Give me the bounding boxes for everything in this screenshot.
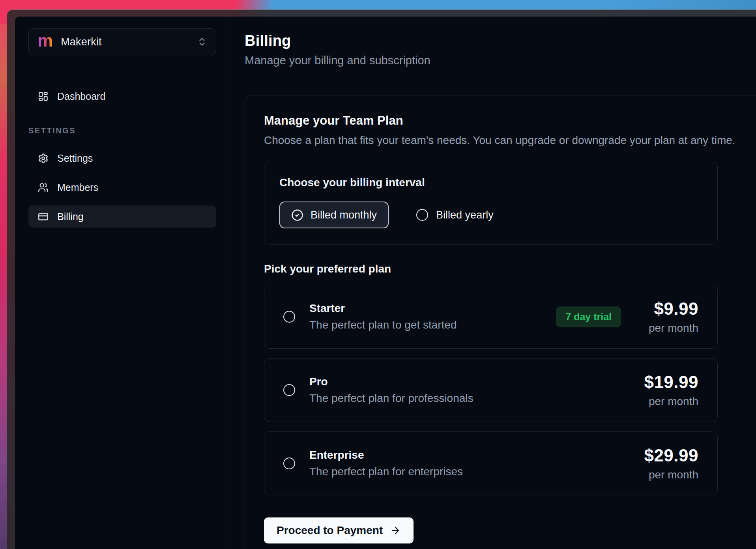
billed-yearly-option[interactable]: Billed yearly [416, 209, 494, 221]
card-title: Manage your Team Plan [264, 114, 745, 128]
plan-description: The perfect plan for enterprises [309, 465, 463, 478]
plan-row-enterprise[interactable]: Enterprise The perfect plan for enterpri… [264, 431, 718, 495]
plan-row-pro[interactable]: Pro The perfect plan for professionals $… [264, 358, 718, 422]
radio-icon[interactable] [283, 458, 295, 469]
card-description: Choose a plan that fits your team's need… [264, 134, 745, 147]
page-header: Billing Manage your billing and subscrip… [230, 17, 756, 79]
billing-interval-box: Choose your billing interval Billed mont… [264, 162, 718, 245]
makerkit-logo-icon: m [37, 32, 53, 49]
page-content: Manage your Team Plan Choose a plan that… [230, 79, 756, 549]
trial-badge: 7 day trial [556, 306, 621, 327]
sidebar-item-dashboard[interactable]: Dashboard [28, 85, 216, 107]
radio-icon[interactable] [283, 384, 295, 396]
sidebar-item-settings[interactable]: Settings [28, 147, 216, 169]
circle-icon [416, 209, 428, 221]
plan-price: $9.99 [643, 299, 698, 319]
plan-price: $19.99 [643, 372, 698, 392]
chevrons-up-down-icon [197, 37, 207, 47]
gear-icon [38, 153, 49, 164]
sidebar-item-label: Settings [57, 153, 93, 164]
billed-yearly-label: Billed yearly [436, 209, 494, 221]
plan-description: The perfect plan for professionals [309, 392, 473, 405]
plan-period: per month [643, 322, 698, 334]
price-block: $19.99 per month [643, 372, 698, 408]
plan-right: 7 day trial $9.99 per month [556, 299, 698, 334]
credit-card-icon [38, 211, 49, 222]
sidebar-item-label: Billing [57, 211, 84, 222]
plan-description: The perfect plan to get started [309, 319, 457, 331]
sidebar-section-label: SETTINGS [28, 126, 216, 135]
arrow-right-icon [390, 525, 401, 536]
dashboard-icon [38, 91, 49, 102]
plan-price: $29.99 [643, 446, 698, 465]
plan-name: Starter [309, 302, 457, 315]
proceed-to-payment-button[interactable]: Proceed to Payment [264, 517, 414, 543]
billing-interval-label: Choose your billing interval [279, 176, 702, 189]
billed-monthly-label: Billed monthly [311, 209, 377, 221]
plan-name: Enterprise [309, 449, 463, 461]
plan-info: Pro The perfect plan for professionals [309, 375, 473, 405]
main-area: Billing Manage your billing and subscrip… [230, 17, 756, 549]
sidebar-item-billing[interactable]: Billing [28, 205, 216, 228]
users-icon [38, 182, 49, 193]
plan-row-starter[interactable]: Starter The perfect plan to get started … [264, 285, 718, 349]
workspace-selector[interactable]: m Makerkit [28, 28, 216, 55]
app-surface: m Makerkit Dashboard SETTINGS [15, 17, 756, 549]
circle-check-icon [291, 209, 303, 221]
app-window: m Makerkit Dashboard SETTINGS [7, 9, 756, 549]
sidebar-nav: Dashboard SETTINGS Settings Members [28, 85, 216, 228]
price-block: $29.99 per month [643, 446, 698, 481]
page-subtitle: Manage your billing and subscription [245, 54, 756, 67]
plan-period: per month [643, 395, 698, 408]
plans-label: Pick your preferred plan [264, 263, 745, 275]
workspace-name: Makerkit [61, 36, 102, 48]
plan-info: Starter The perfect plan to get started [309, 302, 457, 331]
team-plan-card: Manage your Team Plan Choose a plan that… [245, 95, 756, 549]
sidebar-item-label: Dashboard [57, 91, 105, 102]
plan-period: per month [643, 469, 698, 481]
cta-label: Proceed to Payment [277, 524, 383, 537]
billed-monthly-option[interactable]: Billed monthly [279, 202, 389, 228]
plan-right: $29.99 per month [643, 446, 698, 481]
page-title: Billing [245, 32, 756, 49]
billing-interval-options: Billed monthly Billed yearly [279, 202, 702, 228]
sidebar: m Makerkit Dashboard SETTINGS [15, 17, 230, 549]
sidebar-item-label: Members [57, 182, 98, 193]
plan-name: Pro [309, 375, 473, 388]
sidebar-item-members[interactable]: Members [28, 176, 216, 198]
plan-right: $19.99 per month [643, 372, 698, 408]
price-block: $9.99 per month [643, 299, 698, 334]
radio-icon[interactable] [283, 311, 295, 323]
plan-info: Enterprise The perfect plan for enterpri… [309, 449, 463, 478]
